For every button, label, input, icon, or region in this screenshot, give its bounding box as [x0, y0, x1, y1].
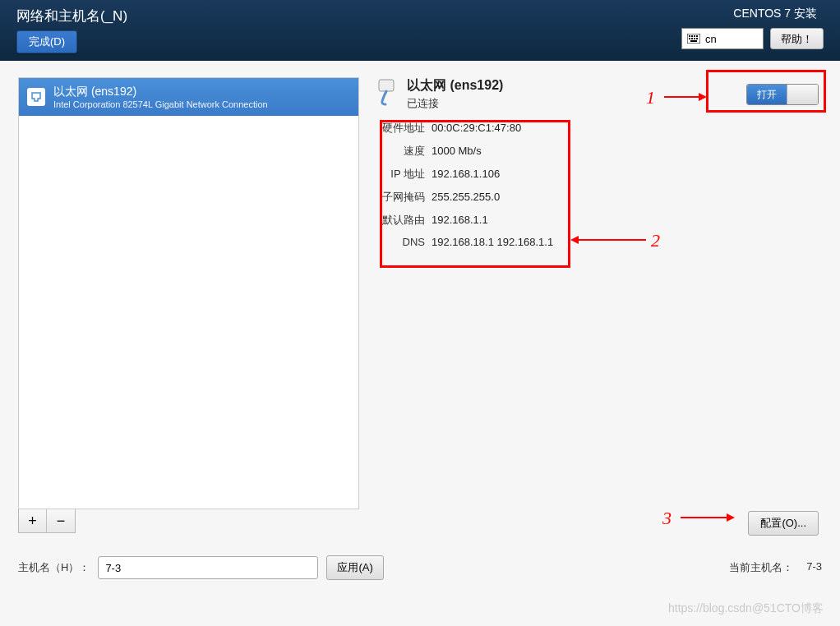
apply-hostname-button[interactable]: 应用(A)	[326, 555, 383, 580]
detail-label: 默认路由	[376, 213, 425, 228]
svg-rect-9	[690, 40, 697, 42]
detail-label: IP 地址	[376, 167, 425, 182]
detail-row: IP 地址 192.168.1.106	[376, 167, 822, 182]
ethernet-connection-icon	[374, 77, 399, 107]
remove-device-button[interactable]: −	[47, 509, 75, 532]
done-button[interactable]: 完成(D)	[16, 30, 77, 53]
keyboard-layout-selector[interactable]: cn	[681, 28, 764, 49]
svg-rect-5	[689, 38, 690, 39]
current-hostname-value: 7-3	[806, 560, 822, 575]
svg-rect-2	[691, 35, 693, 37]
detail-row: 子网掩码 255.255.255.0	[376, 190, 822, 205]
toggle-handle	[787, 85, 818, 104]
device-desc: Intel Corporation 82574L Gigabit Network…	[53, 99, 268, 109]
keyboard-lang-label: cn	[705, 33, 717, 45]
hostname-row: 主机名（H）： 应用(A) 当前主机名： 7-3	[18, 555, 822, 580]
device-panel: 以太网 (ens192) Intel Corporation 82574L Gi…	[18, 77, 359, 533]
detail-label: 速度	[376, 144, 425, 159]
page-title: 网络和主机名(_N)	[16, 7, 127, 25]
ethernet-icon	[27, 88, 45, 106]
device-name: 以太网 (ens192)	[53, 85, 268, 99]
detail-value: 1000 Mb/s	[432, 145, 482, 157]
detail-value: 192.168.18.1 192.168.1.1	[432, 236, 553, 248]
detail-value: 192.168.1.106	[432, 168, 500, 180]
hostname-input[interactable]	[98, 556, 318, 579]
connection-details: 以太网 (ens192) 已连接 打开 硬件地址 00:0C:29:C1:47:…	[374, 77, 822, 533]
detail-label: DNS	[376, 236, 425, 248]
add-device-button[interactable]: +	[19, 509, 47, 532]
detail-value: 255.255.255.0	[432, 191, 500, 203]
install-title: CENTOS 7 安装	[733, 7, 817, 21]
detail-value: 00:0C:29:C1:47:80	[432, 122, 521, 134]
toggle-on-label: 打开	[747, 85, 787, 104]
connection-details-table: 硬件地址 00:0C:29:C1:47:80 速度 1000 Mb/s IP 地…	[376, 121, 822, 248]
header: 网络和主机名(_N) 完成(D) CENTOS 7 安装 cn 帮助！	[0, 0, 840, 61]
svg-rect-3	[694, 35, 695, 37]
connection-toggle[interactable]: 打开	[746, 84, 819, 105]
device-list[interactable]: 以太网 (ens192) Intel Corporation 82574L Gi…	[18, 77, 359, 509]
detail-label: 硬件地址	[376, 121, 425, 136]
svg-rect-7	[694, 38, 695, 39]
configure-button[interactable]: 配置(O)...	[748, 511, 819, 536]
device-list-item[interactable]: 以太网 (ens192) Intel Corporation 82574L Gi…	[19, 78, 358, 116]
watermark: https://blog.csdn@51CTO博客	[668, 601, 824, 616]
svg-rect-4	[696, 35, 698, 37]
detail-label: 子网掩码	[376, 190, 425, 205]
detail-row: 速度 1000 Mb/s	[376, 144, 822, 159]
keyboard-icon	[687, 34, 700, 44]
help-button[interactable]: 帮助！	[770, 28, 824, 49]
detail-value: 192.168.1.1	[432, 214, 488, 226]
svg-rect-6	[691, 38, 693, 39]
detail-row: 硬件地址 00:0C:29:C1:47:80	[376, 121, 822, 136]
detail-row: 默认路由 192.168.1.1	[376, 213, 822, 228]
svg-rect-8	[696, 38, 698, 39]
svg-rect-1	[689, 35, 690, 37]
hostname-label: 主机名（H）：	[18, 560, 90, 575]
current-hostname-label: 当前主机名：	[729, 560, 793, 575]
main-content: 以太网 (ens192) Intel Corporation 82574L Gi…	[0, 61, 840, 533]
detail-row: DNS 192.168.18.1 192.168.1.1	[376, 236, 822, 248]
svg-rect-10	[379, 80, 394, 91]
